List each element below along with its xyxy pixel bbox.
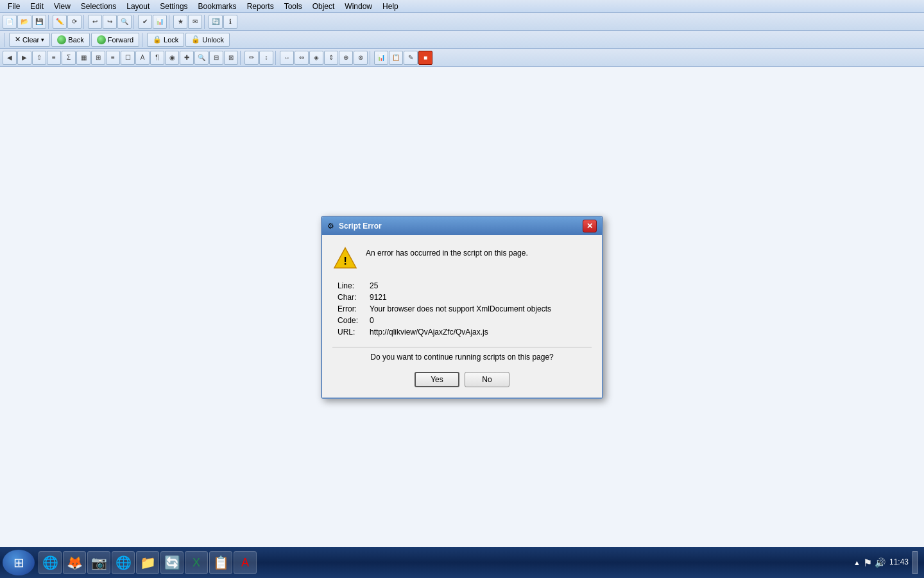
redo-button[interactable]: ↪ [103, 15, 117, 29]
system-tray: ▲ ⚑ 🔊 [853, 557, 886, 569]
filemanager-icon: 📋 [213, 555, 229, 570]
forward-label: Forward [108, 36, 133, 44]
taskbar-firefox-icon[interactable]: 🦊 [63, 551, 86, 574]
tray-speaker-icon[interactable]: 🔊 [875, 557, 886, 568]
forward-icon [97, 35, 106, 44]
taskbar-excel-icon[interactable]: X [185, 551, 208, 574]
tb2-btn-14[interactable]: 🔍 [194, 51, 209, 65]
menu-window[interactable]: Window [339, 1, 377, 12]
tb2-btn-10[interactable]: A [135, 51, 150, 65]
tb2-btn-11[interactable]: ¶ [150, 51, 164, 65]
tb2-btn-22[interactable]: ⇕ [324, 51, 338, 65]
tb2-btn-18[interactable]: ↕ [259, 51, 273, 65]
code-label: Code: [338, 316, 370, 325]
tb2-sep-1 [240, 51, 243, 65]
tb2-btn-15[interactable]: ⊟ [209, 51, 223, 65]
line-value: 25 [370, 281, 592, 290]
menu-tools[interactable]: Tools [279, 1, 307, 12]
save-button[interactable]: 💾 [32, 15, 46, 29]
refresh-button[interactable]: 🔄 [209, 15, 223, 29]
tb2-btn-13[interactable]: ✚ [180, 51, 194, 65]
taskbar: ⊞ 🌐 🦊 📷 🌐 📁 🔄 X 📋 A ▲ ⚑ 🔊 11:43 [0, 547, 924, 578]
tb2-btn-6[interactable]: ▦ [76, 51, 90, 65]
taskbar-chrome-icon[interactable]: 🌐 [112, 551, 135, 574]
tb2-btn-8[interactable]: ≡ [106, 51, 120, 65]
back-icon [57, 35, 66, 44]
menu-view[interactable]: View [49, 1, 76, 12]
menu-layout[interactable]: Layout [121, 1, 155, 12]
reload-button[interactable]: ⟳ [67, 15, 81, 29]
tb2-btn-19[interactable]: ↔ [280, 51, 294, 65]
taskbar-acrobat-icon[interactable]: A [234, 551, 257, 574]
menu-file[interactable]: File [3, 1, 25, 12]
clear-button[interactable]: ✕ Clear ▾ [9, 33, 50, 47]
error-details: Line: 25 Char: 9121 Error: Your browser … [338, 281, 592, 337]
menu-object[interactable]: Object [307, 1, 340, 12]
mail-button[interactable]: ✉ [188, 15, 202, 29]
tb2-btn-23[interactable]: ⊕ [339, 51, 353, 65]
open-button[interactable]: 📂 [17, 15, 31, 29]
clear-dropdown-icon[interactable]: ▾ [41, 37, 44, 43]
edit-script-button[interactable]: ✏️ [53, 15, 67, 29]
folder-icon: 📁 [140, 555, 156, 570]
tb2-btn-28[interactable]: ■ [418, 51, 432, 65]
tb2-btn-20[interactable]: ⇔ [295, 51, 309, 65]
tb2-btn-4[interactable]: ≡ [47, 51, 61, 65]
search-button[interactable]: 🔍 [117, 15, 132, 29]
new-button[interactable]: 📄 [3, 15, 17, 29]
error-row-error: Error: Your browser does not support Xml… [338, 304, 592, 313]
char-value: 9121 [370, 293, 592, 302]
separator-4 [169, 15, 171, 29]
unlock-button[interactable]: 🔓 Unlock [185, 33, 230, 47]
warning-icon: ! [333, 246, 357, 270]
menu-reports[interactable]: Reports [242, 1, 279, 12]
bookmark-button[interactable]: ★ [173, 15, 187, 29]
back-button[interactable]: Back [51, 33, 89, 47]
toolbar-nav: ✕ Clear ▾ Back Forward 🔒 Lock 🔓 Unlock [0, 31, 924, 49]
taskbar-sync-icon[interactable]: 🔄 [160, 551, 184, 574]
tb2-btn-21[interactable]: ◈ [309, 51, 323, 65]
menu-settings[interactable]: Settings [155, 1, 193, 12]
chart-button[interactable]: 📊 [153, 15, 167, 29]
taskbar-camera-icon[interactable]: 📷 [87, 551, 110, 574]
tb2-btn-25[interactable]: 📊 [374, 51, 388, 65]
start-button[interactable]: ⊞ [3, 550, 35, 575]
tb2-btn-2[interactable]: ▶ [17, 51, 31, 65]
tb2-btn-9[interactable]: ☐ [121, 51, 135, 65]
tray-up-arrow[interactable]: ▲ [853, 559, 860, 566]
tb2-btn-7[interactable]: ⊞ [91, 51, 105, 65]
check-button[interactable]: ✔ [138, 15, 152, 29]
tb2-btn-3[interactable]: ⇧ [32, 51, 46, 65]
camera-icon: 📷 [91, 555, 107, 570]
taskbar-ie-icon[interactable]: 🌐 [38, 551, 62, 574]
tb2-btn-12[interactable]: ◉ [165, 51, 179, 65]
menu-selections[interactable]: Selections [76, 1, 121, 12]
tb2-btn-26[interactable]: 📋 [389, 51, 403, 65]
show-desktop-button[interactable] [912, 551, 918, 574]
tb2-btn-1[interactable]: ◀ [3, 51, 17, 65]
chrome-icon: 🌐 [116, 555, 132, 570]
taskbar-folder-icon[interactable]: 📁 [136, 551, 159, 574]
menu-help[interactable]: Help [377, 1, 404, 12]
menu-bookmarks[interactable]: Bookmarks [193, 1, 242, 12]
lock-button[interactable]: 🔒 Lock [147, 33, 184, 47]
error-value: Your browser does not support XmlDocumen… [370, 304, 592, 313]
tb2-btn-17[interactable]: ✏ [244, 51, 259, 65]
tray-flag-icon: ⚑ [863, 557, 872, 569]
tb2-btn-27[interactable]: ✎ [404, 51, 418, 65]
clock-time: 11:43 [889, 557, 909, 568]
tb2-btn-24[interactable]: ⊗ [354, 51, 368, 65]
yes-button[interactable]: Yes [415, 372, 459, 387]
dialog-body: ! An error has occurred in the script on… [322, 235, 602, 398]
forward-button[interactable]: Forward [91, 33, 139, 47]
menu-edit[interactable]: Edit [25, 1, 49, 12]
tb2-sep-3 [370, 51, 372, 65]
undo-button[interactable]: ↩ [88, 15, 102, 29]
info-button[interactable]: ℹ [223, 15, 237, 29]
no-button[interactable]: No [465, 372, 509, 387]
separator-3 [133, 15, 136, 29]
dialog-close-button[interactable]: ✕ [583, 220, 597, 232]
tb2-btn-16[interactable]: ⊠ [224, 51, 238, 65]
taskbar-filemanager-icon[interactable]: 📋 [209, 551, 232, 574]
tb2-btn-5[interactable]: Σ [62, 51, 76, 65]
